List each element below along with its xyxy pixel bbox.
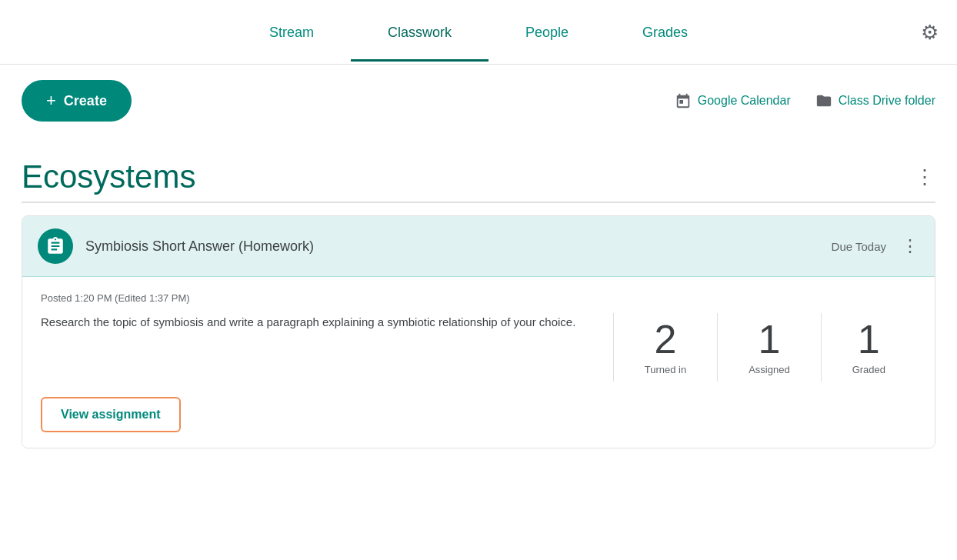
folder-icon — [815, 92, 832, 109]
class-drive-link[interactable]: Class Drive folder — [815, 92, 935, 109]
toolbar-right: Google Calendar Class Drive folder — [675, 92, 935, 109]
tab-classwork[interactable]: Classwork — [351, 3, 489, 62]
google-calendar-link[interactable]: Google Calendar — [675, 92, 791, 109]
drive-label: Class Drive folder — [839, 94, 935, 108]
assignment-footer: View assignment — [22, 382, 935, 448]
nav-tabs: Stream Classwork People Grades — [18, 3, 939, 62]
tab-grades[interactable]: Grades — [605, 3, 725, 62]
calendar-label: Google Calendar — [698, 94, 791, 108]
section-header: Ecosystems ⋮ — [22, 149, 935, 203]
stat-turned-in: 2 Turned in — [614, 313, 718, 382]
create-label: Create — [64, 93, 107, 109]
stat-turned-in-label: Turned in — [645, 364, 686, 375]
assignment-posted: Posted 1:20 PM (Edited 1:37 PM) — [41, 292, 916, 304]
gear-icon[interactable]: ⚙ — [921, 20, 939, 44]
stat-graded: 1 Graded — [822, 313, 916, 382]
assignment-card: Symbiosis Short Answer (Homework) Due To… — [22, 215, 935, 448]
assignment-more-icon[interactable]: ⋮ — [902, 236, 919, 256]
nav-bar: Stream Classwork People Grades ⚙ — [0, 0, 957, 65]
stat-graded-label: Graded — [852, 364, 885, 375]
assignment-due: Due Today — [832, 240, 886, 253]
plus-icon: + — [46, 91, 56, 111]
stat-turned-in-number: 2 — [654, 319, 676, 359]
section-more-icon[interactable]: ⋮ — [915, 165, 935, 189]
stat-graded-number: 1 — [858, 319, 880, 359]
section-title: Ecosystems — [22, 158, 195, 195]
tab-stream[interactable]: Stream — [232, 3, 351, 62]
assignment-stats: 2 Turned in 1 Assigned 1 Graded — [613, 313, 916, 382]
assignment-body: Posted 1:20 PM (Edited 1:37 PM) Research… — [22, 277, 935, 382]
stat-assigned-number: 1 — [758, 319, 780, 359]
assignment-icon-circle — [38, 228, 73, 264]
create-button[interactable]: + Create — [22, 80, 132, 122]
assignment-content: Research the topic of symbiosis and writ… — [41, 313, 916, 382]
toolbar: + Create Google Calendar Class Drive fol… — [0, 65, 957, 137]
clipboard-icon — [45, 236, 65, 256]
assignment-header[interactable]: Symbiosis Short Answer (Homework) Due To… — [22, 216, 935, 277]
main-content: Ecosystems ⋮ Symbiosis Short Answer (Hom… — [0, 137, 957, 461]
view-assignment-button[interactable]: View assignment — [41, 397, 181, 432]
stat-assigned: 1 Assigned — [718, 313, 821, 382]
calendar-icon — [675, 92, 692, 109]
stat-assigned-label: Assigned — [749, 364, 789, 375]
assignment-description: Research the topic of symbiosis and writ… — [41, 313, 613, 332]
tab-people[interactable]: People — [489, 3, 605, 62]
assignment-title: Symbiosis Short Answer (Homework) — [85, 238, 832, 255]
